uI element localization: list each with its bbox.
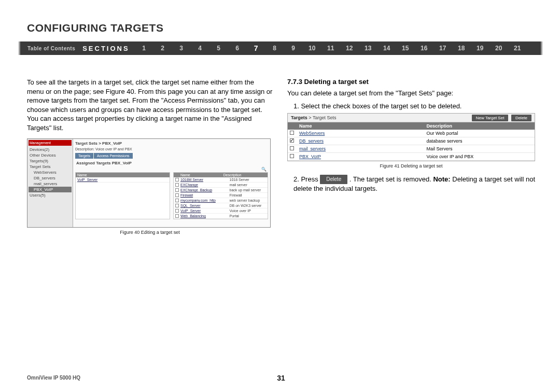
section-link-11[interactable]: 11 [321,45,340,52]
section-link-8[interactable]: 8 [265,45,284,52]
fig40-sidebar-item[interactable]: PBX_VoIP [29,187,72,192]
checkbox-icon[interactable] [290,154,299,159]
fig40-all-target-row[interactable]: FirewallFirewall [174,193,268,198]
fig40-all-target-row[interactable]: EXChangemail server [174,183,268,188]
right-column: 7.7.3 Deleting a target set You can dele… [287,78,535,235]
fig40-tab-targets[interactable]: Targets [75,153,93,159]
figure-41: Targets > Target Sets New Target Set Del… [287,113,535,161]
left-column: To see all the targets in a target set, … [27,78,273,235]
fig40-search-icon[interactable]: 🔍 [75,166,268,172]
step-1: 1. Select the check boxes of the target … [287,102,535,110]
checkbox-icon[interactable] [290,146,299,151]
checkbox-icon[interactable] [290,138,299,144]
section-link-7[interactable]: 7 [247,44,265,52]
section-link-3[interactable]: 3 [172,45,191,52]
section-link-15[interactable]: 15 [396,45,415,52]
section-link-12[interactable]: 12 [340,45,359,52]
section-link-10[interactable]: 10 [303,45,321,52]
inline-delete-button: Delete [320,175,347,184]
figure-40: Management Devices(2)Other DevicesTarget… [27,138,273,235]
fig40-all-target-row[interactable]: 1018M Server1018 Server [174,177,268,183]
fig40-assigned-row[interactable]: VoIP_Server [76,177,170,183]
checkbox-icon[interactable] [175,214,179,218]
section-link-13[interactable]: 13 [359,45,377,52]
fig40-sidebar-item[interactable]: Devices(2) [29,147,72,152]
section-heading: 7.7.3 Deleting a target set [287,78,535,86]
section-link-14[interactable]: 14 [377,45,396,52]
fig40-sidebar-item[interactable]: Target Sets [29,164,72,170]
checkbox-icon[interactable] [175,188,179,192]
fig41-breadcrumb: Targets > Target Sets [291,115,336,120]
step-2: 2. Press Delete . The target set is remo… [287,175,535,194]
section-link-2[interactable]: 2 [153,45,172,52]
fig40-sidebar-item[interactable]: DB_servers [29,175,72,181]
fig40-sidebar-item[interactable]: mail_servers [29,181,72,187]
fig40-alltargets-panel: Name Description 1018M Server1018 Server… [173,172,268,219]
delete-button[interactable]: Delete [511,115,531,121]
section-nav-bar: Table of Contents SECTIONS 1234567891011… [19,41,542,55]
fig40-tab-access[interactable]: Access Permissions [94,153,133,159]
fig40-all-target-row[interactable]: VoIP_ServerVoice over IP [174,208,268,214]
content-area: To see all the targets in a target set, … [27,78,535,235]
toc-link[interactable]: Table of Contents [20,46,82,51]
intro-text: To see all the targets in a target set, … [27,78,273,132]
checkbox-icon[interactable] [175,199,179,202]
figure-41-caption: Figure 41 Deleting a target set [287,161,535,169]
fig41-target-set-row[interactable]: WebServersOur Web portal [288,130,535,137]
checkbox-icon[interactable] [175,178,179,181]
section-link-6[interactable]: 6 [228,45,247,52]
page-footer: OmniView IP 5000 HQ 31 [27,375,535,381]
fig41-target-set-row[interactable]: DB_serversdatabase servers [288,137,535,145]
section-link-5[interactable]: 5 [209,45,228,52]
fig40-assigned-panel: Name VoIP_Server [75,172,170,219]
fig40-sidebar: Management Devices(2)Other DevicesTarget… [27,139,73,227]
figure-40-caption: Figure 40 Editing a target set [27,228,273,235]
checkbox-icon[interactable] [175,204,179,207]
fig40-sidebar-item[interactable]: Targets(9) [29,158,72,164]
fig40-assigned-title: Assigned Targets PBX_VoIP [75,160,268,166]
fig40-tabs: Targets Access Permissions [75,153,268,159]
delete-intro: You can delete a target set from the "Ta… [287,89,535,98]
checkbox-icon[interactable] [175,209,179,213]
fig40-description: Description: Voice over IP and PBX [75,147,268,153]
section-link-9[interactable]: 9 [284,45,303,52]
section-link-21[interactable]: 21 [508,45,527,52]
section-link-17[interactable]: 17 [433,45,452,52]
fig40-sidebar-item[interactable]: WebServers [29,170,72,175]
fig40-all-target-row[interactable]: SQL_ServerDB on W2K3 server [174,203,268,208]
product-name: OmniView IP 5000 HQ [27,375,80,381]
fig41-target-set-row[interactable]: PBX_VoIPVoice over IP and PBX [288,153,535,161]
section-link-4[interactable]: 4 [191,45,209,52]
fig40-sidebar-item[interactable]: Other Devices [29,152,72,158]
section-link-16[interactable]: 16 [415,45,433,52]
fig40-breadcrumb: Target Sets > PBX_VoIP [75,140,268,147]
section-link-20[interactable]: 20 [489,45,508,52]
fig41-target-set-row[interactable]: mail_serversMail Servers [288,145,535,153]
fig40-all-target-row[interactable]: Web_BalancingPortal [174,214,268,219]
fig41-table-header: Name Description [288,122,535,130]
section-link-19[interactable]: 19 [471,45,489,52]
sections-label: SECTIONS [82,45,134,52]
page-number: 31 [277,374,285,382]
fig40-sidebar-item[interactable]: Users(5) [29,192,72,198]
fig40-management-header: Management [29,140,72,146]
checkbox-icon[interactable] [175,183,179,187]
section-link-18[interactable]: 18 [452,45,471,52]
checkbox-icon[interactable] [175,193,179,197]
fig40-all-target-row[interactable]: EXChange_Backupback up mail server [174,188,268,193]
page-title: CONFIGURING TARGETS [27,22,163,34]
checkbox-icon[interactable] [290,131,299,136]
new-target-set-button[interactable]: New Target Set [472,115,509,121]
section-link-1[interactable]: 1 [135,45,153,52]
fig40-all-target-row[interactable]: mycompany.com_httpweb server backup [174,198,268,203]
